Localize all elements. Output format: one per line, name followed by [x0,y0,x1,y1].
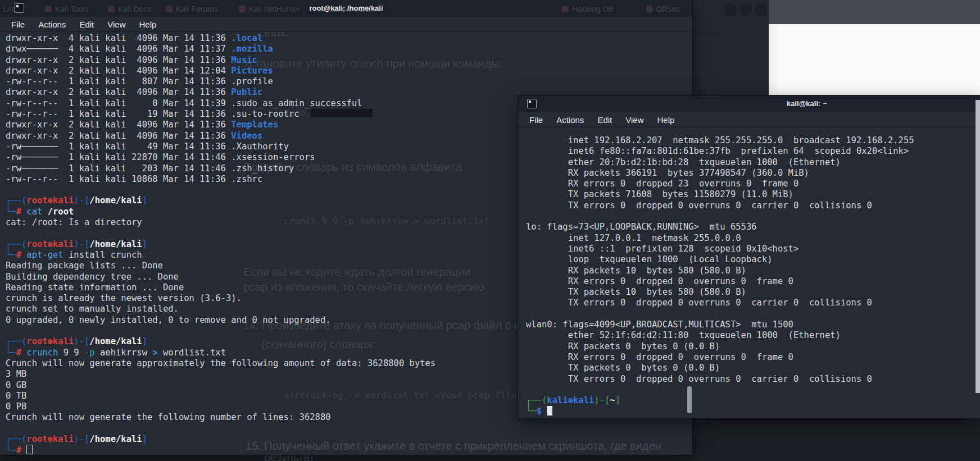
terminal-line [6,423,692,434]
terminal-line: wlan0: flags=4099<UP,BROADCAST,MULTICAST… [526,319,980,330]
terminal-line: TX errors 0 dropped 0 overruns 0 carrier… [526,200,980,211]
terminal-line: loop txqueuelen 1000 (Local Loopback) [526,254,980,265]
terminal-line: RX errors 0 dropped 0 overruns 0 frame 0 [526,352,980,363]
terminal-line: TX packets 0 bytes 0 (0.0 B) [526,363,980,373]
right-terminal-window: kali@kali: ~ FileActionsEditViewHelp ine… [518,95,980,418]
terminal-line: inet6 fe80::fa7a:801d:61be:37fb prefixle… [526,146,980,157]
terminal-line: -rw-r--r-- 1 kali kali 807 Mar 14 11:36 … [6,76,692,87]
menu-item-edit[interactable]: Edit [592,114,618,126]
right-terminal-scrollbar-thumb[interactable] [976,100,980,393]
terminal-line: RX packets 0 bytes 0 (0.0 B) [526,341,980,352]
terminal-line: ┌──(kali⊛kali)-[~] [526,395,980,406]
background-browser-titlebar-strip [692,0,769,95]
menu-item-help[interactable]: Help [133,19,162,30]
terminal-line: drwxr-xr-x 4 kali kali 4096 Mar 14 11:36… [6,33,692,44]
menu-item-file[interactable]: File [524,114,548,126]
background-window-body [769,24,980,100]
terminal-line: RX packets 10 bytes 580 (580.0 B) [526,266,980,276]
terminal-line: ether 20:7b:d2:1b:bd:28 txqueuelen 1000 … [526,157,980,168]
window-close-button[interactable] [754,3,768,17]
terminal-line: inet 192.168.2.207 netmask 255.255.255.0… [526,135,980,146]
window-maximize-button[interactable] [738,3,753,17]
menu-item-view[interactable]: View [102,19,131,30]
terminal-line: TX errors 0 dropped 0 overruns 0 carrier… [526,298,980,308]
menu-item-help[interactable]: Help [651,114,680,126]
terminal-icon [527,99,537,108]
left-terminal-title: root@kali: /home/kali [0,4,692,12]
terminal-line: └─$ [526,406,980,417]
terminal-line: inet6 ::1 prefixlen 128 scopeid 0x10<hos… [526,244,980,254]
terminal-line: TX packets 71608 bytes 11580279 (11.0 Mi… [526,189,980,200]
right-terminal-title: kali@kali: ~ [787,99,827,108]
terminal-line: RX packets 366191 bytes 377498547 (360.0… [526,168,980,179]
right-terminal-titlebar[interactable]: kali@kali: ~ [518,95,980,112]
titlebar-divider [692,34,769,34]
menu-item-edit[interactable]: Edit [74,19,99,30]
desktop: { "colors": { "terminal_bg": "#262a33", … [0,0,980,461]
right-terminal-menubar: FileActionsEditViewHelp [518,112,980,127]
terminal-line: TX errors 0 dropped 0 overruns 0 carrier… [526,374,980,385]
menu-item-view[interactable]: View [620,114,649,126]
window-minimize-button[interactable] [723,3,738,17]
background-window-titlebar[interactable] [769,0,980,24]
terminal-line: drwx────── 4 kali kali 4096 Mar 14 11:37… [6,44,692,54]
menu-item-actions[interactable]: Actions [33,19,71,30]
terminal-line: drwxr-xr-x 2 kali kali 4096 Mar 14 12:04… [6,66,692,76]
menu-item-file[interactable]: File [6,19,30,30]
terminal-line: TX packets 10 bytes 580 (580.0 B) [526,287,980,298]
left-terminal-scrollbar-thumb[interactable] [687,386,692,413]
terminal-line: inet 127.0.0.1 netmask 255.0.0.0 [526,233,980,244]
terminal-line: drwxr-xr-x 2 kali kali 4096 Mar 14 11:36… [6,55,692,66]
terminal-line: ether 52:1f:6d:d2:11:80 txqueuelen 1000 … [526,330,980,341]
terminal-line: ┌──(root⊛kali)-[/home/kali] [6,434,692,445]
terminal-line: RX errors 0 dropped 0 overruns 0 frame 0 [526,276,980,287]
left-terminal-menubar: FileActionsEditViewHelp [0,17,692,32]
terminal-line [526,385,980,395]
terminal-line [526,211,980,222]
terminal-line: └─# [6,445,692,455]
right-terminal-content[interactable]: inet 192.168.2.207 netmask 255.255.255.0… [518,127,980,417]
terminal-line: RX errors 0 dropped 23 overruns 0 frame … [526,179,980,189]
terminal-line: lo: flags=73<UP,LOOPBACK,RUNNING> mtu 65… [526,222,980,232]
left-terminal-titlebar[interactable]: LinuxKali ToolsKali DocsKali ForumsKali … [0,0,692,17]
terminal-line [526,309,980,319]
menu-item-actions[interactable]: Actions [551,114,589,126]
